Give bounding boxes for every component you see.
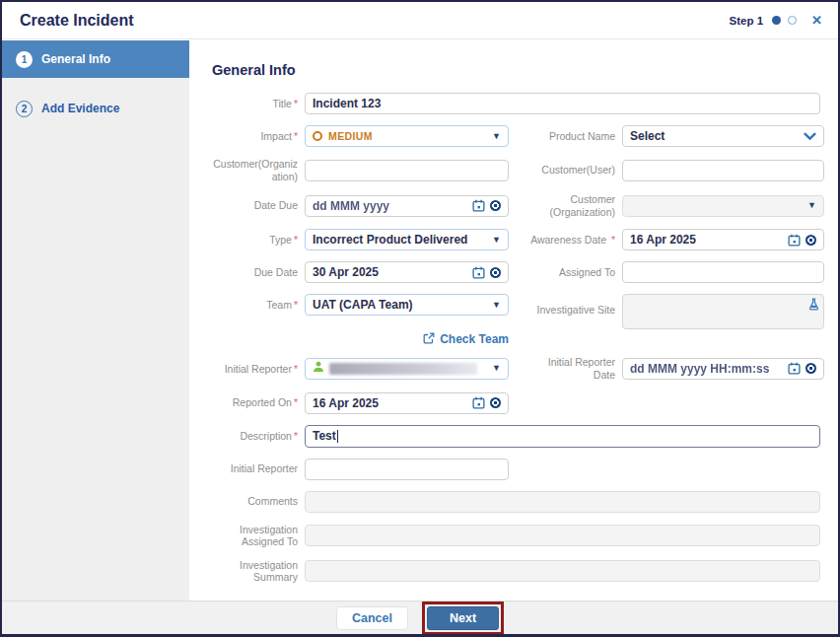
calendar-icon[interactable] <box>472 266 485 279</box>
due-date-input-wrap <box>305 261 509 283</box>
initial-reporter-date-input[interactable] <box>630 362 788 376</box>
description-value: Test <box>313 429 336 443</box>
awareness-date-input[interactable] <box>630 233 788 247</box>
caret-down-icon: ▼ <box>492 236 501 245</box>
investigative-site-textarea[interactable] <box>622 294 824 329</box>
person-icon <box>313 361 324 376</box>
field-row-type-awareness: Type* Incorrect Product Delivered ▼ Awar… <box>209 229 838 250</box>
date-due-label: Date Due <box>209 199 298 212</box>
initial-reporter-select[interactable]: ▼ <box>305 358 509 380</box>
title-input[interactable] <box>313 97 812 110</box>
field-row-team-site: Team* UAT (CAPA Team) ▼ Investigative Si… <box>209 294 838 329</box>
awareness-date-label: Awareness Date * <box>525 234 615 247</box>
field-row-comments: Comments <box>209 491 838 513</box>
required-marker: * <box>294 363 298 375</box>
awareness-date-input-wrap <box>622 229 824 250</box>
impact-medium-icon <box>313 131 322 141</box>
product-name-label: Product Name <box>525 130 615 143</box>
reported-on-input-wrap <box>305 392 509 414</box>
impact-select[interactable]: MEDIUM ▼ <box>305 125 509 147</box>
clear-icon[interactable] <box>490 267 501 278</box>
check-team-row: Check Team <box>209 330 838 348</box>
due-date-label: Due Date <box>209 266 298 279</box>
date-due-input[interactable] <box>313 199 472 213</box>
reported-on-input[interactable] <box>313 396 472 410</box>
step-1-badge: 1 <box>16 51 33 68</box>
field-row-description: Description* Test <box>209 425 838 448</box>
chevron-down-icon <box>804 132 816 141</box>
text-cursor <box>337 430 338 443</box>
sidebar-item-general-info[interactable]: 1 General Info <box>2 40 189 78</box>
investigation-summary-input-wrap <box>305 560 820 582</box>
sidebar-item-add-evidence[interactable]: 2 Add Evidence <box>2 90 189 127</box>
check-team-link[interactable]: Check Team <box>440 332 509 346</box>
clear-icon[interactable] <box>490 200 501 211</box>
product-name-value: Select <box>630 129 665 143</box>
red-annotation-box: Next <box>422 602 504 635</box>
product-name-select[interactable]: Select <box>622 125 824 147</box>
field-row-duedate-assigned: Due Date Assigned To <box>209 261 838 283</box>
section-heading: General Info <box>212 62 838 78</box>
team-select[interactable]: UAT (CAPA Team) ▼ <box>305 294 509 316</box>
type-value: Incorrect Product Delivered <box>313 233 467 247</box>
step-2-badge: 2 <box>16 101 33 117</box>
clear-icon[interactable] <box>490 397 501 408</box>
customer-user-input[interactable] <box>630 164 816 177</box>
required-marker: * <box>294 234 298 246</box>
form-panel: General Info Title* Impact* MEDIUM ▼ Pro… <box>189 40 838 601</box>
type-select[interactable]: Incorrect Product Delivered ▼ <box>305 229 509 250</box>
step-indicator-label: Step 1 <box>730 15 764 27</box>
initial-reporter-text-input[interactable] <box>313 462 501 476</box>
customer-user-label: Customer(User) <box>525 164 615 177</box>
date-due-input-wrap <box>305 195 509 217</box>
investigative-site-label: Investigative Site <box>525 304 615 317</box>
field-row-investigation-assigned: Investigation Assigned To <box>209 524 838 548</box>
investigation-assigned-to-label: Investigation Assigned To <box>209 524 298 548</box>
redacted-reporter-name <box>329 363 477 375</box>
required-marker: * <box>294 130 298 142</box>
dialog-footer: Cancel Next <box>2 601 838 634</box>
impact-value: MEDIUM <box>328 130 373 142</box>
step-dot-1-icon[interactable] <box>772 16 781 25</box>
investigation-assigned-to-input-wrap <box>305 525 820 546</box>
impact-label: Impact* <box>209 130 298 143</box>
customer-organization-input-wrap <box>305 160 509 181</box>
required-marker: * <box>294 299 298 311</box>
clear-icon[interactable] <box>805 363 816 374</box>
customer-user-input-wrap <box>622 160 824 181</box>
check-team-wrap: Check Team <box>305 330 509 348</box>
initial-reporter-text-label: Initial Reporter <box>209 462 298 475</box>
reported-on-label: Reported On* <box>209 396 298 409</box>
next-button[interactable]: Next <box>427 606 499 630</box>
description-input[interactable]: Test <box>305 425 820 448</box>
calendar-icon[interactable] <box>788 234 801 247</box>
customer-organization-select[interactable]: ▼ <box>622 195 824 217</box>
field-row-investigation-summary: Investigation Summary <box>209 559 838 584</box>
calendar-icon[interactable] <box>472 199 485 212</box>
investigation-assigned-to-input <box>313 529 812 542</box>
team-label: Team* <box>209 299 298 312</box>
customer-organization-label: Customer(Organization) <box>209 158 298 182</box>
clear-icon[interactable] <box>805 235 816 246</box>
caret-down-icon: ▼ <box>492 364 501 373</box>
due-date-input[interactable] <box>313 265 472 279</box>
header-stepper: Step 1 ✕ <box>730 13 822 28</box>
cancel-button[interactable]: Cancel <box>336 606 408 630</box>
required-marker: * <box>294 396 298 408</box>
required-marker: * <box>294 430 298 442</box>
required-marker: * <box>611 234 615 246</box>
dialog-header: Create Incident Step 1 ✕ <box>2 2 838 39</box>
assigned-to-input[interactable] <box>630 265 816 279</box>
sidebar-item-label: General Info <box>41 52 110 66</box>
calendar-icon[interactable] <box>472 396 485 409</box>
close-icon[interactable]: ✕ <box>811 13 822 28</box>
site-picker-flask-icon[interactable] <box>808 298 819 314</box>
step-dot-2-icon[interactable] <box>788 16 797 25</box>
calendar-icon[interactable] <box>788 362 801 375</box>
customer-organization-input[interactable] <box>313 164 501 177</box>
required-marker: * <box>294 98 298 109</box>
team-value: UAT (CAPA Team) <box>313 298 413 312</box>
initial-reporter-text-input-wrap <box>305 459 509 480</box>
description-label: Description* <box>209 430 298 443</box>
field-row-title: Title* <box>209 93 838 114</box>
